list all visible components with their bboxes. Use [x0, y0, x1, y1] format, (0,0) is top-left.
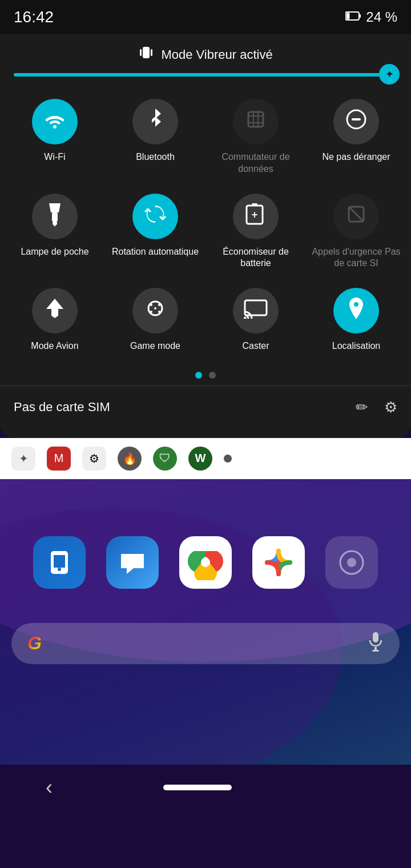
notification-app-bar: ✦ M ⚙ 🔥 🛡 W: [0, 438, 411, 479]
tile-rotation-label: Rotation automatique: [112, 246, 199, 258]
tile-battery-saver-circle: +: [233, 194, 279, 239]
svg-rect-1: [346, 13, 350, 19]
notif-app-settings[interactable]: ⚙: [82, 447, 106, 471]
home-app-icons-row: [0, 536, 411, 589]
vibrate-mode-bar: Mode Vibreur activé: [0, 34, 411, 70]
vibrate-icon: [138, 45, 154, 65]
tile-emergency-circle: [333, 194, 379, 239]
notif-more-dot: [224, 455, 232, 463]
svg-rect-2: [359, 14, 361, 18]
tile-cast-label: Caster: [242, 340, 269, 352]
tile-wifi[interactable]: Wi-Fi: [5, 89, 105, 183]
page-dot-2: [209, 372, 216, 379]
tile-game[interactable]: Game mode: [105, 278, 206, 360]
notif-app-shield[interactable]: 🛡: [153, 447, 177, 471]
tile-data-circle: [233, 99, 279, 144]
tile-location[interactable]: Localisation: [306, 278, 406, 360]
quick-settings-panel: Mode Vibreur activé ✦ Wi-Fi: [0, 34, 411, 438]
tile-emergency[interactable]: Appels d'urgence Pas de carte SI: [306, 183, 406, 278]
tile-airplane-circle: [32, 288, 78, 333]
brightness-slider[interactable]: ✦: [14, 73, 397, 77]
home-app-messages[interactable]: [106, 536, 159, 589]
dnd-icon: [345, 108, 367, 135]
footer-bar: Pas de carte SIM ✏ ⚙: [0, 386, 411, 429]
microphone-icon[interactable]: [368, 631, 384, 656]
svg-marker-14: [49, 203, 61, 212]
brightness-row[interactable]: ✦: [0, 70, 411, 89]
svg-rect-12: [352, 118, 361, 120]
tile-battery-saver-label: Économiseur de batterie: [210, 246, 301, 270]
notif-app-w[interactable]: W: [188, 447, 212, 471]
games-icon: ✦: [19, 452, 29, 465]
tile-rotation-circle: [132, 194, 178, 239]
svg-point-26: [158, 311, 160, 313]
svg-point-24: [158, 304, 160, 306]
cast-icon: [244, 298, 268, 323]
tile-location-circle: [333, 288, 379, 333]
notif-app-fire[interactable]: 🔥: [118, 447, 142, 471]
tile-bluetooth-circle: [132, 99, 178, 144]
home-pill[interactable]: [163, 785, 232, 790]
tile-dnd[interactable]: Ne pas déranger: [306, 89, 406, 183]
edit-icon[interactable]: ✏: [356, 399, 368, 416]
tile-data-label: Commutateur de données: [210, 151, 301, 175]
tile-wifi-circle: [32, 99, 78, 144]
tile-dnd-circle: [333, 99, 379, 144]
svg-point-29: [244, 317, 247, 319]
tile-cast-circle: [233, 288, 279, 333]
tile-emergency-label: Appels d'urgence Pas de carte SI: [311, 246, 402, 270]
settings-icon[interactable]: ⚙: [384, 399, 397, 416]
svg-rect-4: [140, 49, 142, 56]
svg-line-21: [349, 207, 364, 222]
tile-cast[interactable]: Caster: [206, 278, 306, 360]
svg-rect-6: [248, 112, 263, 127]
tile-torch-circle: [32, 194, 78, 239]
tile-dnd-label: Ne pas déranger: [322, 151, 390, 163]
battery-saver-icon: +: [245, 202, 266, 231]
tile-airplane[interactable]: Mode Avion: [5, 278, 105, 360]
google-search-bar[interactable]: G: [11, 623, 400, 664]
svg-rect-15: [53, 222, 57, 225]
tile-bluetooth[interactable]: Bluetooth: [105, 89, 206, 183]
emergency-icon: [346, 204, 366, 229]
airplane-icon: [43, 296, 67, 325]
battery-percentage: 24 %: [366, 9, 397, 25]
sim-status-text: Pas de carte SIM: [14, 400, 110, 415]
home-app-chrome[interactable]: [179, 536, 232, 589]
svg-text:+: +: [252, 209, 258, 220]
back-button[interactable]: ‹: [46, 775, 53, 799]
rotation-icon: [143, 202, 167, 231]
settings-notif-icon: ⚙: [89, 452, 99, 465]
svg-point-27: [150, 311, 152, 313]
home-app-extra[interactable]: [325, 536, 378, 589]
location-icon: [347, 296, 365, 325]
tile-rotation[interactable]: Rotation automatique: [105, 183, 206, 278]
tile-game-label: Game mode: [130, 340, 180, 352]
tile-data[interactable]: Commutateur de données: [206, 89, 306, 183]
battery-icon: [345, 10, 361, 25]
notif-app-gmail[interactable]: M: [47, 447, 71, 471]
svg-rect-5: [151, 49, 152, 56]
tile-game-circle: [132, 288, 178, 333]
data-icon: [245, 109, 266, 134]
notif-app-games[interactable]: ✦: [11, 447, 35, 471]
svg-rect-37: [373, 632, 378, 642]
page-indicator: [0, 360, 411, 385]
tile-location-label: Localisation: [332, 340, 381, 352]
tile-battery-saver[interactable]: + Économiseur de batterie: [206, 183, 306, 278]
brightness-track: [14, 73, 397, 77]
tile-torch-label: Lampe de poche: [21, 246, 88, 258]
tile-torch[interactable]: Lampe de poche: [5, 183, 105, 278]
torch-icon: [46, 202, 63, 231]
wifi-icon: [44, 110, 66, 133]
home-screen: G: [0, 479, 411, 765]
home-app-photos[interactable]: [252, 536, 305, 589]
home-app-phone[interactable]: [33, 536, 86, 589]
game-icon: [143, 300, 167, 322]
svg-point-25: [150, 304, 152, 306]
navigation-bar: ‹: [0, 765, 411, 810]
page-dot-1: [195, 372, 202, 379]
footer-icons: ✏ ⚙: [356, 399, 397, 416]
svg-rect-13: [52, 212, 58, 222]
svg-rect-3: [143, 47, 150, 58]
